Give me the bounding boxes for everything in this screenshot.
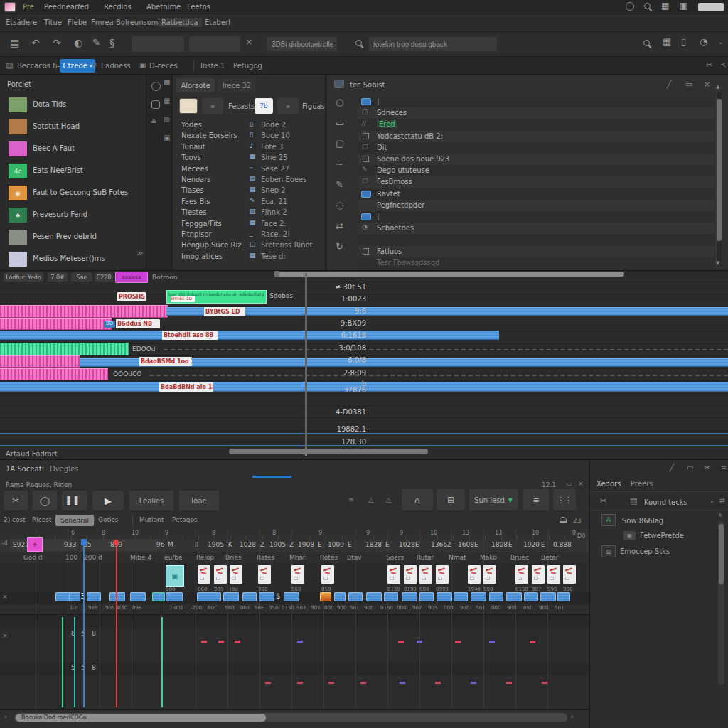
inspector-row[interactable]: Yodcastctatu dB 2: <box>358 131 715 142</box>
tab-presets[interactable]: Preers <box>631 480 653 488</box>
keyframe-dash[interactable] <box>489 641 495 643</box>
search-input[interactable] <box>368 36 498 52</box>
strip-icon-0[interactable]: ▩ <box>164 79 170 86</box>
active-workspace-button[interactable]: Cfzede▾ <box>60 59 95 73</box>
audio-segment-chip[interactable] <box>402 592 417 601</box>
audio-clip-pink[interactable] <box>0 355 80 368</box>
inspector-row[interactable]: Soene dos neue 923 <box>358 154 715 165</box>
audio-segment-chip[interactable] <box>320 592 331 601</box>
audio-segment-chip[interactable] <box>166 592 183 601</box>
tab-effects-2[interactable]: Irece 32 <box>218 78 255 92</box>
playhead-line[interactable] <box>305 273 307 456</box>
undo-icon[interactable]: ↶ <box>31 38 40 48</box>
account-icon[interactable]: ◔ <box>700 37 707 46</box>
clip-thumbnail[interactable] <box>419 565 432 584</box>
swap-tool-icon[interactable]: ⇄ <box>336 221 343 230</box>
menu2-item-4[interactable]: Bolreunsom <box>116 18 159 26</box>
keyframe-dash[interactable] <box>297 641 303 643</box>
keyframe-dash[interactable] <box>530 641 535 643</box>
header-icon-close[interactable]: × <box>578 481 584 487</box>
keyframe-dash[interactable] <box>328 682 334 684</box>
inspector-row[interactable]: Fatluos <box>358 246 715 257</box>
effects-row[interactable]: Toovs▦Sine 25 <box>173 153 326 164</box>
snap-dropdown[interactable]: Sun iesd▼ <box>469 489 518 510</box>
audio-segment-chip[interactable] <box>152 592 165 601</box>
inspector-row[interactable]: | <box>358 96 715 107</box>
pink-clip-marker[interactable]: ✛ <box>27 537 43 552</box>
inspector-row[interactable]: ◔Scboetdes <box>358 223 715 234</box>
blue-playhead-handle[interactable] <box>81 539 87 545</box>
menu-item-2[interactable]: Recdios <box>104 3 132 11</box>
tri-icon-2[interactable]: △ <box>386 497 391 503</box>
inspector-row[interactable]: Pegfnetdpder <box>358 200 715 211</box>
audio-segment-chip[interactable] <box>524 592 538 601</box>
clip-thumbnail[interactable] <box>291 565 304 584</box>
grid-icon[interactable]: ▦ <box>661 1 669 10</box>
timeline-header-chip-0[interactable]: Lodtur: Yedo <box>4 272 43 282</box>
audio-segment-chip[interactable] <box>471 592 486 601</box>
workspace-item-0[interactable]: Eadoess <box>101 62 130 70</box>
audio-segment-chip[interactable] <box>557 592 570 601</box>
audio-segment-chip[interactable] <box>454 592 468 601</box>
solo-button[interactable]: Lealies <box>129 491 173 510</box>
razor-button[interactable]: ✂ <box>4 491 28 510</box>
pen-icon[interactable]: ✎ <box>92 38 101 48</box>
effects-row[interactable]: Fitnpisor_Race. 2! <box>173 230 326 240</box>
inspector-row[interactable]: Tesr Fbswssdssqd <box>358 257 715 269</box>
menu2-item-6[interactable]: Etaberl <box>205 18 230 26</box>
audio-segment-chip[interactable] <box>197 592 221 601</box>
menu2-item-5[interactable]: Ratbettica <box>158 18 202 27</box>
draw-icon[interactable]: ╱ <box>667 80 672 88</box>
keyframe-dash[interactable] <box>435 682 441 684</box>
inspector-row[interactable]: Ravtet <box>358 188 715 200</box>
row-delete-icon[interactable]: × <box>2 594 8 600</box>
audio-segment-chip[interactable] <box>69 592 80 601</box>
mode-button-1[interactable] <box>132 36 184 52</box>
clip-thumbnail[interactable] <box>387 565 400 584</box>
audio-clip-pink[interactable] <box>0 318 112 330</box>
effects-row[interactable]: Tlases▦Snep 2 <box>173 186 326 196</box>
more-icon[interactable]: ≫ <box>136 250 143 257</box>
loop-button[interactable]: ◯ <box>33 491 57 510</box>
draw-icon[interactable]: ╱ <box>670 464 674 471</box>
audio-clip-green[interactable] <box>0 343 129 355</box>
clip-thumbnail[interactable] <box>258 565 271 584</box>
zoom-scroll-notch[interactable] <box>274 271 279 277</box>
project-item[interactable]: ♠Prevesurb Fend <box>0 206 146 226</box>
keyframe-dash[interactable] <box>360 682 366 684</box>
workspace-home-label[interactable]: Beccacos h- <box>17 62 60 70</box>
keyframe-dash[interactable] <box>542 682 547 684</box>
swap-icon[interactable]: ⇄ <box>719 498 725 504</box>
add-frame-button[interactable]: ⊞ <box>437 489 465 510</box>
search-icon-right[interactable] <box>643 40 650 46</box>
mode-field[interactable] <box>267 36 338 52</box>
audio-segment-chip[interactable] <box>223 592 239 601</box>
effects-row[interactable]: Nenoars▤Eoben Eoees <box>173 175 326 186</box>
clip-thumbnail[interactable] <box>436 565 449 584</box>
chevron-icon[interactable]: ⌄ <box>718 38 724 46</box>
window-circle-icon[interactable] <box>626 2 634 11</box>
bar2-item-1[interactable]: Ricest <box>32 516 51 523</box>
tree-child-label[interactable]: FetwePretde <box>640 532 684 540</box>
tab-sequence[interactable]: 1A Soceat! <box>6 465 45 473</box>
video-clip-blue[interactable] <box>0 331 499 340</box>
inspector-row[interactable]: ✎Dego ututeuse <box>358 165 715 176</box>
hand-icon[interactable]: ◐ <box>74 38 82 48</box>
keyframe-dash[interactable] <box>201 641 207 643</box>
effects-row[interactable]: Heogup Suce Riz▢Sretenss Rinet <box>173 240 326 251</box>
razor-icon[interactable]: ✂ <box>600 497 606 505</box>
keyframe-dash[interactable] <box>218 641 224 643</box>
scroll-down-icon[interactable]: ▼ <box>716 261 719 266</box>
tree-item-label[interactable]: Sow 866lag <box>622 517 663 525</box>
strip-icon-3[interactable]: ▣ <box>164 134 170 141</box>
audio-segment-chip[interactable] <box>419 592 434 601</box>
link-icon[interactable]: ▭ <box>685 80 692 88</box>
audio-segment-chip[interactable] <box>489 592 503 601</box>
menu2-item-1[interactable]: Titue <box>44 18 62 26</box>
checkbox[interactable] <box>363 156 369 162</box>
clip-thumbnail-cyan[interactable]: ▣ <box>166 565 184 587</box>
tree-item2-label[interactable]: Emoccep Stks <box>620 547 670 555</box>
clip-thumbnail[interactable] <box>468 565 481 584</box>
vscroll-thumb[interactable] <box>719 524 724 584</box>
timeline-header-chip-2[interactable]: Sae <box>71 272 92 282</box>
